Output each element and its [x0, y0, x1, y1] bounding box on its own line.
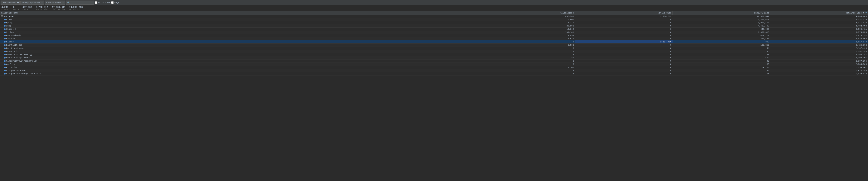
row-shallow-size: 368: [673, 40, 770, 43]
row-name-cell: ▼app heap: [0, 15, 477, 18]
expand-icon[interactable]: ▼: [1, 16, 3, 17]
row-name-cell: GroupedLinkedMap$LinkedEntry: [0, 72, 477, 76]
row-allocations: 3,105: [477, 66, 575, 69]
row-allocations: 20: [477, 56, 575, 60]
row-name-text: Class: [6, 19, 12, 21]
table-row[interactable]: JarFile301862,086,809: [0, 63, 868, 66]
arrange-dropdown[interactable]: Arrange by callstack: [21, 1, 44, 5]
table-row[interactable]: HashMap6,6370265,4802,630,596: [0, 37, 868, 40]
row-shallow-size: 17,501,641: [673, 15, 770, 18]
col-retained-size[interactable]: Retained Size ▼: [770, 11, 868, 15]
regex-label: Regex: [114, 1, 121, 4]
row-retained-size: 2,617,848: [770, 40, 868, 43]
class-icon: [4, 51, 6, 52]
show-dropdown[interactable]: Show all classes: [45, 1, 65, 5]
row-name-cell: HashMap$Node: [0, 34, 477, 37]
table-row[interactable]: DexPathList30962,092,596: [0, 50, 868, 53]
table-row[interactable]: ArrayList3,105062,1002,059,802: [0, 66, 868, 69]
class-icon: [4, 28, 6, 30]
row-retained-size: 74,265,268: [770, 15, 868, 18]
row-shallow-size: 32: [673, 69, 770, 72]
view-dropdown[interactable]: View app heap: [1, 1, 20, 5]
row-retained-size: 3,076,653: [770, 31, 868, 34]
row-retained-size: 2,092,596: [770, 50, 868, 53]
row-native-size: 0: [575, 50, 673, 53]
col-name[interactable]: Callstack Name: [0, 11, 477, 15]
row-allocations: 3: [477, 50, 575, 53]
row-native-size: 0: [575, 63, 673, 66]
row-name-cell: PathClassLoader: [0, 47, 477, 50]
row-allocations: 6,532: [477, 43, 575, 47]
row-retained-size: 1,833,756: [770, 69, 868, 72]
table-row[interactable]: ▼app heap407,5682,708,51217,501,64174,26…: [0, 15, 868, 18]
class-icon: [4, 70, 6, 71]
col-shallow-size[interactable]: Shallow Size: [673, 11, 770, 15]
row-name-cell: Object[]: [0, 28, 477, 31]
row-native-size: 0: [575, 56, 673, 60]
row-native-size: 0: [575, 34, 673, 37]
table-row[interactable]: PathClassLoader301442,167,429: [0, 47, 868, 50]
count-value: 407,568: [23, 6, 32, 9]
shallow-size-stat: 17,501,641 Shallow Size: [52, 6, 65, 10]
row-retained-size: 2,059,802: [770, 66, 868, 69]
retained-size-stat: 74,265,268 Retained Size: [69, 6, 84, 10]
row-retained-size: 3,596,411: [770, 28, 868, 31]
row-shallow-size: 1,601,616: [673, 31, 770, 34]
table-body: ▼app heap407,5682,708,51217,501,64174,26…: [0, 15, 868, 76]
class-icon: [4, 60, 6, 62]
row-name-text: String: [6, 31, 14, 33]
class-icon: [4, 48, 6, 49]
row-allocations: 8: [477, 40, 575, 43]
match-case-label: Match Case: [98, 1, 111, 4]
table-row[interactable]: HashMap$Node[]6,5320182,3522,426,802: [0, 43, 868, 47]
row-allocations: 3: [477, 47, 575, 50]
table-row[interactable]: DexPathList$Element[]30802,090,187: [0, 53, 868, 56]
match-case-checkbox[interactable]: [95, 1, 97, 4]
row-shallow-size: 96: [673, 50, 770, 53]
row-native-size: 0: [575, 24, 673, 28]
table-row[interactable]: byte[]114,31004,911,4104,911,410: [0, 21, 868, 24]
row-native-size: 0: [575, 43, 673, 47]
row-shallow-size: 144: [673, 47, 770, 50]
table-row[interactable]: String100,10101,601,6163,076,653: [0, 31, 868, 34]
shallow-size-label: Shallow Size: [52, 9, 65, 10]
class-icon: [4, 22, 6, 24]
row-shallow-size: 265,480: [673, 37, 770, 40]
row-name-cell: HashMap$Node[]: [0, 43, 477, 47]
table-row[interactable]: GroupedLinkedMap20321,833,756: [0, 69, 868, 72]
search-input[interactable]: [66, 1, 94, 5]
row-shallow-size: 4,482,408: [673, 24, 770, 28]
count-label: Count: [23, 9, 28, 10]
table-row[interactable]: GroupedLinkedMap$LinkedEntry40961,833,42…: [0, 72, 868, 76]
class-icon: [4, 44, 6, 46]
table-row[interactable]: ClassPathURLStreamHandler30482,087,156: [0, 60, 868, 63]
row-retained-size: 2,087,156: [770, 60, 868, 63]
row-retained-size: 2,090,187: [770, 53, 868, 56]
row-retained-size: 2,167,429: [770, 47, 868, 50]
regex-checkbox[interactable]: [111, 1, 114, 4]
col-native-size[interactable]: Native Size: [575, 11, 673, 15]
table-row[interactable]: Class17,60102,311,4715,031,214: [0, 18, 868, 21]
leaks-label: Leaks: [13, 9, 19, 10]
class-icon: [4, 54, 6, 55]
table-row[interactable]: DexPathList$Element2005002,090,101: [0, 56, 868, 60]
table-row[interactable]: int[]26,99804,482,4084,482,408: [0, 24, 868, 28]
table-container: Callstack Name Allocations Native Size S…: [0, 11, 868, 181]
row-native-size: 0: [575, 21, 673, 24]
row-native-size: 0: [575, 47, 673, 50]
table-row[interactable]: HashMap$Node19,0530457,2722,876,152: [0, 34, 868, 37]
row-name-text: ArrayList: [6, 66, 17, 68]
col-allocations[interactable]: Allocations: [477, 11, 575, 15]
row-native-size: 0: [575, 31, 673, 34]
table-row[interactable]: Object[]18,8690645,0083,596,411: [0, 28, 868, 31]
native-size-stat: 2,708,512 Native Size: [36, 6, 48, 10]
row-shallow-size: 500: [673, 56, 770, 60]
row-native-size: 0: [575, 69, 673, 72]
row-native-size: 0: [575, 60, 673, 63]
row-name-cell: HashMap: [0, 37, 477, 40]
row-name-text: HashMap$Node[]: [6, 44, 24, 46]
table-row[interactable]: Bitmap82,617,4803682,617,848: [0, 40, 868, 43]
row-shallow-size: 457,272: [673, 34, 770, 37]
row-name-text: JarFile: [6, 63, 15, 65]
row-name-text: Object[]: [6, 28, 16, 30]
